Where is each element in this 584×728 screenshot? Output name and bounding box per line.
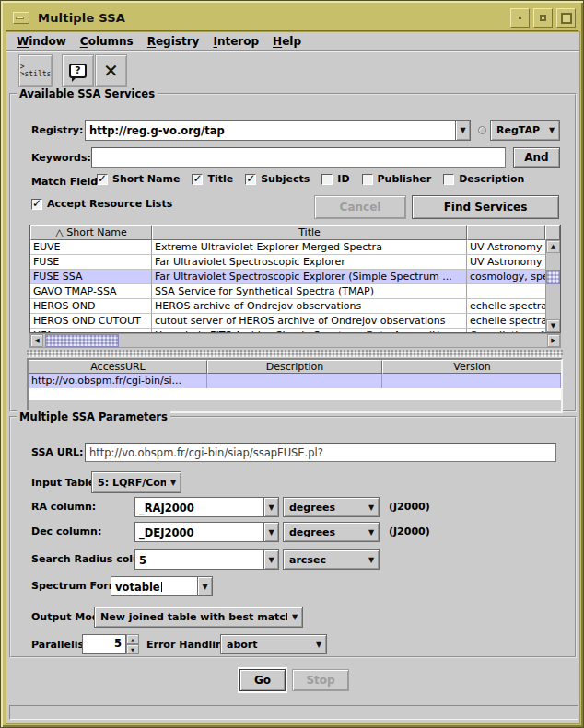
error-handling-combobox[interactable]: abort ▼ bbox=[220, 634, 327, 654]
radius-unit-combobox[interactable]: arcsec ▼ bbox=[283, 549, 380, 570]
cell-short-name: EUVE bbox=[30, 240, 152, 255]
maximize-icon bbox=[540, 15, 546, 21]
cancel-button[interactable]: Cancel bbox=[314, 195, 406, 219]
checkbox-mark: ✓ bbox=[31, 199, 42, 210]
search-radius-value[interactable]: 5 bbox=[134, 549, 263, 570]
horizontal-scrollbar-thumb[interactable] bbox=[45, 334, 119, 347]
table-row[interactable]: HEROS ONDHEROS archive of Ondrejov obser… bbox=[30, 299, 545, 314]
dec-column-combobox[interactable]: _DEJ2000 ▼ bbox=[134, 522, 279, 542]
help-icon: ? bbox=[69, 64, 87, 78]
registry-value[interactable]: http://reg.g-vo.org/tap bbox=[85, 120, 455, 141]
checkbox-publisher[interactable]: Publisher bbox=[362, 173, 432, 185]
table-row[interactable]: GAVO TMAP-SSASSA Service for Synthetical… bbox=[30, 284, 545, 299]
column-header-subjects[interactable] bbox=[467, 225, 545, 240]
and-button[interactable]: And bbox=[513, 147, 560, 168]
spectrum-format-value[interactable]: votable bbox=[111, 576, 197, 596]
spinner-down-button[interactable]: ▼ bbox=[126, 644, 139, 654]
column-header-version[interactable]: Version bbox=[382, 360, 561, 374]
checkbox-accept-resource-lists[interactable]: ✓ Accept Resource Lists bbox=[31, 198, 172, 210]
checkbox-id[interactable]: ID bbox=[321, 173, 349, 185]
scroll-right-button[interactable]: ▶ bbox=[547, 334, 560, 347]
format-dropdown-button[interactable]: ▼ bbox=[197, 576, 213, 596]
iconify-button[interactable] bbox=[510, 8, 530, 28]
checkbox-box bbox=[443, 174, 454, 185]
cell-title: Extreme Ultraviolet Explorer Merged Spec… bbox=[152, 240, 467, 255]
parallelism-value[interactable]: 5 bbox=[82, 634, 126, 654]
table-row[interactable]: FUSE SSAFar Ultraviolet Spectroscopic Ex… bbox=[30, 270, 545, 284]
help-button[interactable]: ? bbox=[62, 54, 94, 87]
vertical-scrollbar-thumb[interactable] bbox=[546, 270, 560, 284]
close-window-icon bbox=[561, 13, 572, 24]
registry-combobox[interactable]: http://reg.g-vo.org/tap ▼ bbox=[85, 120, 471, 141]
cell-title: Far Ultraviolet Spectroscopic Explorer (… bbox=[152, 270, 467, 284]
dec-column-value[interactable]: _DEJ2000 bbox=[134, 522, 263, 542]
scroll-down-button[interactable]: ▼ bbox=[546, 319, 560, 332]
keywords-input[interactable] bbox=[91, 147, 506, 168]
column-header-short-name[interactable]: △ Short Name bbox=[30, 225, 152, 240]
menu-window[interactable]: Window bbox=[17, 35, 66, 48]
window-title: Multiple SSA bbox=[38, 11, 125, 25]
stilts-button[interactable]: >>stilts bbox=[18, 54, 53, 87]
checkbox-label: Title bbox=[207, 173, 233, 185]
table-row[interactable]: HFAHyperleda FITS Archive Simple Spectru… bbox=[30, 329, 545, 332]
input-table-value: 5: LQRF/Coma bbox=[92, 477, 166, 489]
iconify-icon bbox=[519, 17, 521, 19]
spinner-up-button[interactable]: ▲ bbox=[126, 634, 139, 644]
registry-protocol-combobox[interactable]: RegTAP ▼ bbox=[490, 120, 560, 141]
stilts-icon: >>stilts bbox=[20, 64, 52, 78]
menu-help[interactable]: Help bbox=[273, 35, 301, 48]
registry-dropdown-button[interactable]: ▼ bbox=[455, 120, 471, 141]
ssa-url-input[interactable] bbox=[85, 443, 556, 462]
checkbox-subjects[interactable]: ✓Subjects bbox=[245, 173, 310, 185]
cell-subjects: cosmology, spe bbox=[467, 270, 545, 284]
split-pane-divider[interactable] bbox=[27, 350, 563, 357]
arrow-up-icon: ▲ bbox=[551, 243, 555, 250]
sort-ascending-icon: △ bbox=[55, 226, 63, 238]
cell-subjects: UV Astronomy bbox=[467, 255, 545, 270]
table-row[interactable]: EUVEExtreme Ultraviolet Explorer Merged … bbox=[30, 240, 545, 255]
column-header-title[interactable]: Title bbox=[152, 225, 467, 240]
menu-registry[interactable]: Registry bbox=[147, 35, 200, 48]
scroll-up-button[interactable]: ▲ bbox=[546, 240, 560, 253]
checkbox-box bbox=[362, 174, 373, 185]
maximize-button[interactable] bbox=[533, 8, 553, 28]
scroll-left-button[interactable]: ◀ bbox=[30, 334, 43, 347]
table-row[interactable]: FUSEFar Ultraviolet Spectroscopic Explor… bbox=[30, 255, 545, 270]
dec-dropdown-button[interactable]: ▼ bbox=[263, 522, 279, 542]
checkbox-box: ✓ bbox=[245, 174, 256, 185]
stop-button[interactable]: Stop bbox=[292, 669, 349, 691]
spectrum-format-combobox[interactable]: votable ▼ bbox=[111, 576, 213, 596]
close-window-toolbar-button[interactable]: ✕ bbox=[95, 54, 127, 87]
dec-unit-combobox[interactable]: degrees ▼ bbox=[283, 522, 380, 542]
table-row[interactable]: HEROS OND CUTOUTcutout server of HEROS a… bbox=[30, 314, 545, 329]
chevron-down-icon: ▼ bbox=[364, 528, 379, 537]
arrow-right-icon: ▶ bbox=[551, 337, 555, 344]
go-button[interactable]: Go bbox=[239, 669, 286, 691]
checkbox-short-name[interactable]: ✓Short Name bbox=[97, 173, 180, 185]
vertical-scrollbar[interactable]: ▲ ▼ bbox=[545, 240, 560, 332]
cell-short-name: FUSE bbox=[30, 255, 152, 270]
horizontal-scrollbar[interactable]: ◀ ▶ bbox=[29, 333, 561, 348]
parallelism-spinner[interactable]: 5 ▲ ▼ bbox=[82, 634, 139, 654]
find-services-button[interactable]: Find Services bbox=[412, 195, 559, 219]
output-mode-combobox[interactable]: New joined table with best matches ▼ bbox=[94, 607, 303, 628]
cell-subjects: Compilation of bbox=[467, 329, 545, 332]
ra-column-combobox[interactable]: _RAJ2000 ▼ bbox=[134, 497, 279, 517]
column-header-accessurl[interactable]: AccessURL bbox=[29, 360, 207, 374]
menu-interop[interactable]: Interop bbox=[213, 35, 259, 48]
checkbox-title[interactable]: ✓Title bbox=[192, 173, 233, 185]
table-row[interactable]: http://vo.obspm.fr/cgi-bin/si... bbox=[29, 374, 561, 388]
checkbox-description[interactable]: Description bbox=[443, 173, 524, 185]
ra-column-value[interactable]: _RAJ2000 bbox=[134, 497, 263, 517]
input-table-combobox[interactable]: 5: LQRF/Coma ▼ bbox=[91, 471, 181, 493]
menu-columns[interactable]: Columns bbox=[80, 35, 134, 48]
column-header-description[interactable]: Description bbox=[207, 360, 382, 374]
ra-dropdown-button[interactable]: ▼ bbox=[263, 497, 279, 517]
radius-dropdown-button[interactable]: ▼ bbox=[263, 549, 279, 570]
search-radius-combobox[interactable]: 5 ▼ bbox=[134, 549, 279, 570]
arrow-left-icon: ◀ bbox=[34, 337, 39, 344]
cell-short-name: FUSE SSA bbox=[30, 270, 152, 284]
ra-unit-combobox[interactable]: degrees ▼ bbox=[283, 497, 380, 517]
close-button[interactable] bbox=[556, 8, 576, 28]
chevron-down-icon: ▼ bbox=[268, 556, 274, 564]
